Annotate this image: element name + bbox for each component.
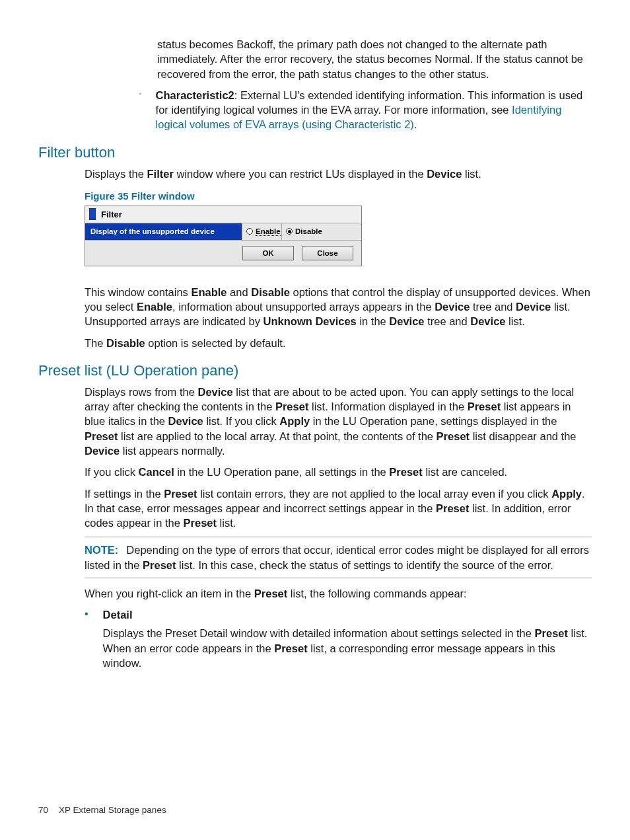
preset-list-heading: Preset list (LU Operation pane)	[38, 362, 592, 379]
filter-button-heading: Filter button	[38, 144, 592, 161]
disable-label: Disable	[295, 227, 322, 235]
note-label: NOTE:	[85, 544, 118, 556]
sub-bullet-icon: ◦	[139, 88, 141, 100]
filter-option-row: Display of the unsupported device Enable…	[85, 223, 361, 241]
filter-window-figure: Filter Display of the unsupported device…	[85, 206, 362, 266]
preset-p3: If settings in the Preset list contain e…	[85, 486, 592, 531]
detail-description: Displays the Preset Detail window with d…	[103, 626, 592, 670]
filter-window-titlebar: Filter	[85, 206, 361, 223]
disable-radio[interactable]	[286, 228, 293, 235]
filter-button-row: OK Close	[85, 241, 361, 266]
disable-default-note: The Disable option is selected by defaul…	[85, 336, 592, 350]
ok-button[interactable]: OK	[242, 246, 294, 260]
window-icon	[89, 208, 96, 220]
characteristic2-label: Characteristic2	[156, 89, 234, 101]
detail-bullet: • Detail Displays the Preset Detail wind…	[85, 607, 592, 670]
characteristic2-item: ◦ Characteristic2: External LU's extende…	[139, 88, 592, 132]
disable-radio-cell[interactable]: Disable	[282, 223, 361, 240]
footer-title: XP External Storage panes	[59, 805, 166, 815]
page-number: 70	[38, 805, 48, 815]
unsupported-device-label: Display of the unsupported device	[85, 223, 242, 240]
bullet-icon: •	[85, 607, 88, 620]
page-footer: 70XP External Storage panes	[38, 805, 166, 815]
preset-p2: If you click Cancel in the LU Operation …	[85, 465, 592, 479]
preset-p1: Displays rows from the Device list that …	[85, 385, 592, 458]
filter-intro: Displays the Filter window where you can…	[85, 167, 592, 181]
filter-description: This window contains Enable and Disable …	[85, 285, 592, 329]
detail-label: Detail	[103, 607, 592, 622]
enable-radio-cell[interactable]: Enable	[242, 223, 282, 240]
characteristic2-text: Characteristic2: External LU's extended …	[156, 88, 592, 132]
filter-window-title: Filter	[101, 210, 122, 219]
enable-label: Enable	[256, 227, 281, 236]
right-click-intro: When you right-click an item in the Pres…	[85, 586, 592, 601]
note-box: NOTE:Depending on the type of errors tha…	[85, 537, 592, 578]
close-button[interactable]: Close	[302, 246, 353, 260]
figure-35-caption: Figure 35 Filter window	[85, 190, 592, 202]
continued-status-paragraph: status becomes Backoff, the primary path…	[157, 37, 592, 81]
enable-radio[interactable]	[246, 228, 253, 235]
